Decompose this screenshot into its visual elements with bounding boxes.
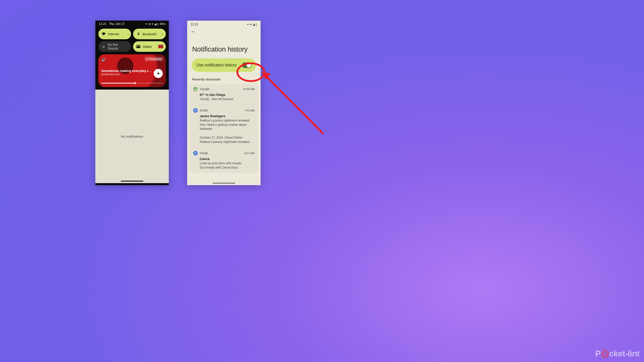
svg-rect-1: [136, 46, 140, 46]
section-header: Recently dismissed: [187, 72, 261, 84]
time-label: 9:37 AM: [245, 152, 255, 155]
tile-wallet[interactable]: Wallet: [133, 41, 166, 52]
dnd-icon: ⊖: [148, 22, 151, 26]
status-icons: ⚭ ⊖ ▾ ◢ ▯ 35%: [145, 22, 165, 26]
tile-label: Do Not Disturb: [108, 43, 128, 50]
status-time: 11:21: [99, 22, 106, 26]
battery-icon: ▯: [157, 22, 159, 26]
media-player-card[interactable]: 🔊 ▯ This phone Sometimes making everyday…: [98, 54, 166, 87]
chevron-right-icon: ›: [162, 32, 163, 36]
notif-title: Janko Roettgers: [200, 114, 255, 118]
tile-bluetooth[interactable]: Bluetooth ›: [133, 29, 166, 39]
notif-title: Canva: [200, 157, 255, 161]
time-label: 7:41 AM: [245, 109, 255, 112]
tile-dnd[interactable]: ⊖ Do Not Disturb: [98, 41, 131, 52]
app-icon: M: [193, 151, 198, 155]
notification-item[interactable]: MGmail7:41 AMJanko RoettgersRedbox's pri…: [190, 105, 258, 148]
svg-line-2: [265, 75, 323, 134]
status-icons: ⚭ ▾ ◢ ▯: [247, 23, 257, 26]
wallet-card-preview: [158, 45, 163, 48]
app-name: Google: [200, 87, 210, 91]
app-bar: ←: [187, 27, 261, 34]
svg-marker-3: [262, 72, 270, 80]
signal-icon: ◢: [154, 22, 156, 26]
quick-tiles: Internet › Bluetooth › ⊖ Do Not Disturb …: [95, 26, 169, 52]
annotation-arrow: [260, 68, 328, 138]
notif-body: Cloudy · See full forecast: [200, 97, 255, 101]
wifi-icon: ▾: [152, 22, 153, 26]
notif-title: 67° in San Diego: [200, 93, 255, 97]
media-title: Sometimes making everyday tasks s…: [101, 69, 152, 73]
svg-rect-0: [136, 45, 140, 48]
notif-body: Redbox's privacy nightmare revealedAlso:…: [200, 118, 255, 131]
wallet-icon: [136, 45, 141, 48]
watermark: P⏻cket-lint: [595, 349, 639, 358]
status-bar: 11:21 Thu, Oct 17 ⚭ ⊖ ▾ ◢ ▯ 35%: [95, 21, 169, 26]
status-bar: 11:21 ⚭ ▾ ◢ ▯: [187, 21, 261, 27]
empty-label: No notifications: [121, 135, 143, 138]
switch-on[interactable]: [242, 62, 252, 68]
page-title: Notification history: [187, 34, 261, 58]
play-button[interactable]: [154, 69, 163, 78]
dnd-icon: ⊖: [101, 45, 106, 49]
gesture-bar[interactable]: [213, 183, 235, 184]
wifi-icon: [101, 32, 106, 36]
link-icon: ⚭: [247, 23, 249, 26]
link-icon: ⚭: [145, 22, 147, 26]
battery-icon: ▯: [256, 23, 257, 26]
notif-body: Level up your docs with visualsDo it eas…: [200, 161, 255, 170]
gesture-bar[interactable]: [121, 181, 143, 182]
phone-quick-settings: 11:21 Thu, Oct 17 ⚭ ⊖ ▾ ◢ ▯ 35% Internet…: [95, 21, 169, 185]
app-name: Gmail: [200, 151, 208, 155]
notification-item[interactable]: MGmail9:37 AMCanvaLevel up your docs wit…: [190, 148, 258, 173]
app-icon: M: [193, 108, 198, 113]
notif-body-extra: October 17, 2024 | Read OnlineRedbox's p…: [200, 136, 255, 144]
wifi-icon: ▾: [250, 23, 252, 26]
app-name: Gmail: [200, 109, 208, 112]
notification-item[interactable]: ☁Google10:55 AM67° in San DiegoCloudy · …: [190, 84, 258, 105]
status-time: 11:21: [191, 23, 198, 26]
device-label: This phone: [149, 58, 161, 60]
volume-icon: 🔊: [101, 58, 106, 62]
phone-notification-history: 11:21 ⚭ ▾ ◢ ▯ ← Notification history Use…: [187, 21, 261, 185]
bluetooth-icon: [136, 32, 141, 36]
status-date: Thu, Oct 17: [109, 22, 125, 26]
battery-pct: 35%: [160, 22, 165, 25]
notification-list-empty: No notifications: [95, 90, 169, 183]
toggle-label: Use notification history: [196, 63, 237, 67]
phone-icon: ▯: [146, 58, 148, 60]
tile-label: Wallet: [143, 45, 152, 49]
stage: 11:21 Thu, Oct 17 ⚭ ⊖ ▾ ◢ ▯ 35% Internet…: [0, 0, 644, 362]
app-icon: ☁: [193, 87, 198, 91]
back-button[interactable]: ←: [191, 29, 196, 34]
dismissed-list: ☁Google10:55 AM67° in San DiegoCloudy · …: [190, 84, 258, 173]
toggle-use-history[interactable]: Use notification history: [192, 58, 256, 72]
signal-icon: ◢: [253, 23, 255, 26]
time-label: 10:55 AM: [243, 88, 255, 91]
tile-label: Internet: [108, 32, 119, 36]
tile-label: Bluetooth: [143, 32, 156, 36]
output-device-pill[interactable]: ▯ This phone: [144, 57, 163, 61]
seek-bar[interactable]: [101, 83, 163, 84]
chevron-right-icon: ›: [128, 32, 129, 36]
tile-internet[interactable]: Internet ›: [98, 29, 131, 39]
